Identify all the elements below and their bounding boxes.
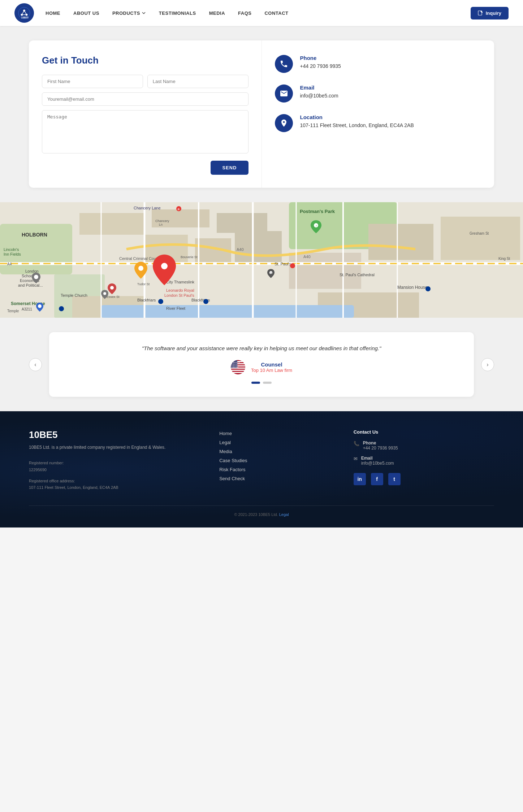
message-textarea[interactable] bbox=[42, 110, 248, 153]
facebook-icon[interactable]: f bbox=[371, 473, 383, 485]
page-content: Get in Touch SEND Phone +44 20 7936 bbox=[0, 26, 523, 202]
footer-nav-links: Home Legal Media Case Studies Risk Facto… bbox=[219, 431, 332, 481]
location-label: Location bbox=[300, 114, 414, 120]
email-input[interactable] bbox=[42, 92, 248, 106]
legal-link[interactable]: Legal bbox=[279, 512, 289, 517]
svg-text:Postman's Park: Postman's Park bbox=[300, 209, 335, 214]
svg-text:Temple: Temple bbox=[7, 309, 19, 313]
svg-text:Ln: Ln bbox=[159, 223, 163, 226]
nav-media[interactable]: MEDIA bbox=[209, 10, 225, 16]
svg-text:King St: King St bbox=[498, 257, 510, 261]
footer-nav: Home Legal Media Case Studies Risk Facto… bbox=[219, 429, 332, 491]
svg-text:HOLBORN: HOLBORN bbox=[22, 232, 47, 238]
svg-text:and Political...: and Political... bbox=[18, 283, 43, 287]
svg-text:10BE5: 10BE5 bbox=[21, 16, 29, 19]
contact-form-title: Get in Touch bbox=[42, 55, 248, 66]
location-icon-circle bbox=[275, 114, 293, 132]
send-button[interactable]: SEND bbox=[211, 161, 248, 175]
footer-phone-item: 📞 Phone +44 20 7936 9935 bbox=[354, 440, 494, 451]
last-name-input[interactable] bbox=[147, 75, 248, 88]
svg-text:Gresham St: Gresham St bbox=[470, 231, 489, 235]
svg-rect-25 bbox=[101, 305, 354, 318]
map-section[interactable]: HOLBORN Lincoln's Inn Fields Postman's P… bbox=[0, 202, 523, 318]
footer-link-media[interactable]: Media bbox=[219, 449, 332, 454]
footer-email-icon: ✉ bbox=[354, 456, 358, 461]
svg-text:Temple Church: Temple Church bbox=[61, 293, 87, 298]
svg-text:⊕: ⊕ bbox=[177, 208, 180, 211]
map-svg: HOLBORN Lincoln's Inn Fields Postman's P… bbox=[0, 202, 523, 318]
svg-text:A3211: A3211 bbox=[22, 307, 32, 311]
svg-text:Chancery Lane: Chancery Lane bbox=[134, 206, 161, 210]
contact-info-side: Phone +44 20 7936 9935 Email info@10be5.… bbox=[262, 40, 494, 188]
svg-point-70 bbox=[203, 299, 208, 304]
footer-link-home[interactable]: Home bbox=[219, 431, 332, 436]
testimonial-quote: "The software and your assistance were r… bbox=[66, 345, 457, 351]
nav-links: HOME ABOUT US PRODUCTS TESTIMONIALS MEDI… bbox=[46, 10, 471, 16]
svg-text:Inn Fields: Inn Fields bbox=[4, 252, 21, 256]
footer-brand: 10BE5 10BE5 Ltd. is a private limited co… bbox=[29, 429, 198, 491]
footer-contact: Contact Us 📞 Phone +44 20 7936 9935 ✉ Em… bbox=[354, 429, 494, 491]
nav-home[interactable]: HOME bbox=[46, 10, 60, 16]
svg-text:✟: ✟ bbox=[270, 272, 272, 274]
contact-form-side: Get in Touch SEND bbox=[29, 40, 262, 188]
first-name-input[interactable] bbox=[42, 75, 143, 88]
svg-point-71 bbox=[59, 306, 64, 311]
nav-contact[interactable]: CONTACT bbox=[264, 10, 288, 16]
svg-text:A40: A40 bbox=[303, 255, 311, 259]
footer-contact-title: Contact Us bbox=[354, 429, 494, 435]
nav-testimonials[interactable]: TESTIMONIALS bbox=[159, 10, 196, 16]
footer-email-label: Email bbox=[361, 456, 394, 461]
svg-text:St. Paul's: St. Paul's bbox=[275, 262, 291, 266]
testimonial-flag: ★★★★★★ ★★★★★ ★★★★★★ ★★★★★ bbox=[231, 360, 245, 374]
svg-text:Leonardo Royal: Leonardo Royal bbox=[166, 288, 194, 292]
svg-point-69 bbox=[158, 299, 163, 304]
location-value: 107-111 Fleet Street, London, England, E… bbox=[300, 122, 414, 129]
location-icon bbox=[280, 119, 288, 127]
svg-point-79 bbox=[110, 286, 114, 290]
svg-point-83 bbox=[38, 304, 42, 308]
svg-text:Chancery: Chancery bbox=[155, 219, 169, 223]
footer-top: 10BE5 10BE5 Ltd. is a private limited co… bbox=[29, 429, 494, 491]
copyright-text: © 2021-2023 10BE5 Ltd. bbox=[234, 512, 278, 517]
phone-icon-circle bbox=[275, 55, 293, 73]
chevron-down-icon bbox=[142, 11, 146, 15]
twitter-icon[interactable]: t bbox=[388, 473, 401, 485]
testimonial-card: "The software and your assistance were r… bbox=[49, 332, 474, 397]
nav-products[interactable]: PRODUCTS bbox=[112, 10, 146, 16]
svg-rect-92 bbox=[231, 372, 245, 373]
email-value: info@10be5.com bbox=[300, 92, 338, 100]
email-icon bbox=[280, 89, 288, 98]
testimonial-dots bbox=[66, 382, 457, 384]
footer-phone-icon: 📞 bbox=[354, 441, 359, 446]
testimonial-author: ★★★★★★ ★★★★★ ★★★★★★ ★★★★★ Counsel Top 10… bbox=[66, 360, 457, 374]
edit-icon bbox=[478, 10, 483, 16]
footer-socials: in f t bbox=[354, 473, 494, 485]
svg-rect-19 bbox=[368, 224, 433, 260]
inquiry-button[interactable]: Inquiry bbox=[471, 7, 509, 19]
svg-text:Blackfriars: Blackfriars bbox=[137, 298, 156, 302]
form-name-row bbox=[42, 75, 248, 88]
footer-link-legal[interactable]: Legal bbox=[219, 440, 332, 445]
email-icon-circle bbox=[275, 84, 293, 103]
next-testimonial-button[interactable]: › bbox=[481, 358, 494, 371]
footer-phone-label: Phone bbox=[363, 440, 398, 446]
svg-text:Bouverie St: Bouverie St bbox=[181, 255, 198, 259]
logo[interactable]: 10BE5 bbox=[14, 3, 34, 23]
contact-email-item: Email info@10be5.com bbox=[275, 84, 481, 103]
phone-icon bbox=[280, 60, 288, 68]
footer-link-send-check[interactable]: Send Check bbox=[219, 476, 332, 481]
footer-reg-number: Registered number: 12295690 bbox=[29, 460, 198, 473]
footer-link-risk-factors[interactable]: Risk Factors bbox=[219, 467, 332, 472]
dot-1[interactable] bbox=[251, 382, 260, 384]
prev-testimonial-button[interactable]: ‹ bbox=[29, 358, 42, 371]
nav-faqs[interactable]: FAQS bbox=[238, 10, 251, 16]
nav-about[interactable]: ABOUT US bbox=[73, 10, 99, 16]
footer-phone-value: +44 20 7936 9935 bbox=[363, 446, 398, 451]
footer-link-case-studies[interactable]: Case Studies bbox=[219, 458, 332, 463]
svg-point-75 bbox=[138, 266, 143, 271]
dot-2[interactable] bbox=[263, 382, 272, 384]
footer: 10BE5 10BE5 Ltd. is a private limited co… bbox=[0, 411, 523, 527]
svg-text:★★★★★: ★★★★★ bbox=[231, 366, 239, 368]
navbar: 10BE5 HOME ABOUT US PRODUCTS TESTIMONIAL… bbox=[0, 0, 523, 26]
linkedin-icon[interactable]: in bbox=[354, 473, 366, 485]
